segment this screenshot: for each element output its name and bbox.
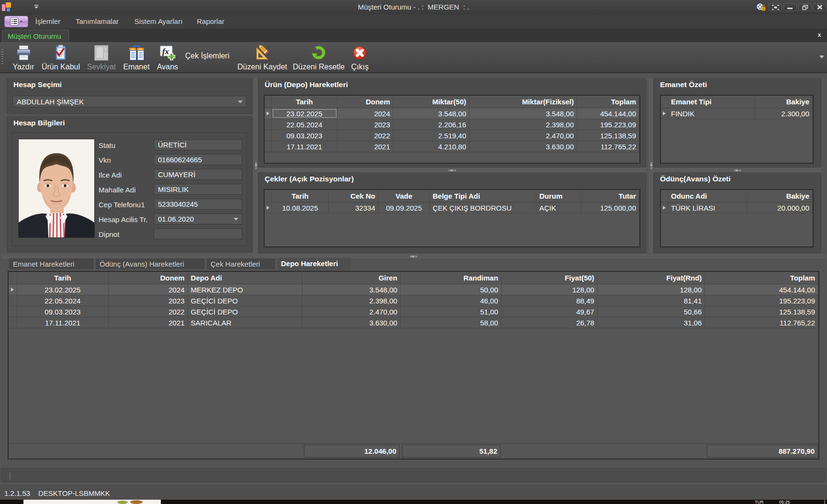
cell[interactable]: 3.630,00 <box>469 141 577 152</box>
menu-raporlar[interactable]: Raporlar <box>197 14 224 29</box>
table-row[interactable]: FINDIK2.300,00 <box>661 108 813 119</box>
tab-musteri-oturumu[interactable]: Müşteri Oturumu <box>2 30 69 42</box>
cell[interactable]: 23.02.2025 <box>272 108 337 119</box>
cell[interactable]: 20.000,00 <box>747 202 813 213</box>
tab-close-icon[interactable]: x <box>816 32 823 38</box>
cell[interactable]: 22.05.2024 <box>272 119 337 130</box>
column-header[interactable]: Donem <box>337 96 393 108</box>
cell[interactable]: 2.398,00 <box>302 295 401 306</box>
toolbar-cikis-button[interactable]: Çıkış <box>351 45 369 71</box>
cell[interactable]: 17.11.2021 <box>17 317 109 328</box>
cell[interactable]: MERKEZ DEPO <box>188 284 303 295</box>
splitter-middle-horizontal[interactable] <box>258 168 646 172</box>
column-header[interactable]: Belge Tipi Adi <box>430 190 536 202</box>
cell[interactable]: 09.03.2023 <box>272 130 337 141</box>
cell[interactable]: 2024 <box>109 284 188 295</box>
column-header[interactable]: Bakiye <box>747 190 813 202</box>
field-ilce-adi[interactable]: CUMAYERİ <box>154 169 242 180</box>
cell[interactable]: 112.765,22 <box>705 317 818 328</box>
column-header[interactable]: Durum <box>536 190 581 202</box>
cell[interactable]: 88,49 <box>502 295 598 306</box>
cell[interactable]: 125.138,59 <box>577 130 639 141</box>
cell[interactable]: 10.08.2025 <box>272 202 329 213</box>
column-header[interactable]: Donem <box>109 272 188 284</box>
column-header[interactable]: Tarih <box>17 272 109 284</box>
toolbar-cek-islemleri-button[interactable]: Çek İşlemleri <box>185 45 229 67</box>
cell[interactable]: 195.223,09 <box>705 295 818 306</box>
tab-cek-hareketleri[interactable]: Çek Hareketleri <box>206 258 276 270</box>
table-row[interactable]: 22.05.20242023GEÇİCİ DEPO2.398,0046,0088… <box>9 295 818 306</box>
toolbar-urun-kabul-button[interactable]: Ürün Kabul <box>42 45 80 71</box>
splitter-left[interactable] <box>253 78 258 253</box>
table-row[interactable]: TÜRK LİRASI20.000,00 <box>661 202 813 213</box>
cell[interactable]: 128,00 <box>598 284 705 295</box>
close-button[interactable] <box>813 3 827 11</box>
field-vkn[interactable]: 01660624665 <box>154 154 242 165</box>
cell[interactable]: 125.000,00 <box>581 202 639 213</box>
menu-tanimlamalar[interactable]: Tanımlamalar <box>76 14 119 29</box>
table-row[interactable]: 22.05.202420232.206,162.398,00195.223,09 <box>265 119 639 130</box>
cell[interactable]: 2023 <box>337 119 393 130</box>
cell[interactable]: SARICALAR <box>188 317 303 328</box>
cell[interactable]: 81,41 <box>598 295 705 306</box>
cell[interactable]: 2021 <box>337 141 393 152</box>
column-header[interactable]: Miktar(50) <box>393 96 469 108</box>
account-combo[interactable]: ABDULLAH ŞİMŞEK <box>12 96 246 107</box>
column-header[interactable]: Odunc Adi <box>668 190 747 202</box>
column-header[interactable]: Depo Adi <box>188 272 303 284</box>
column-header[interactable]: Toplam <box>705 272 818 284</box>
cell[interactable]: 454.144,00 <box>577 108 639 119</box>
table-row[interactable]: 10.08.20253233409.09.2025ÇEK ÇIKIŞ BORDR… <box>265 202 639 213</box>
toolbar-avans-button[interactable]: fx Avans <box>157 45 178 71</box>
cell[interactable]: 2.470,00 <box>469 130 577 141</box>
cell[interactable]: 22.05.2024 <box>17 295 109 306</box>
cell[interactable]: 2.470,00 <box>302 306 401 317</box>
cell[interactable]: 195.223,09 <box>577 119 639 130</box>
toolbar-overflow-icon[interactable] <box>819 56 824 58</box>
cell[interactable]: 125.138,59 <box>705 306 818 317</box>
toolbar-grip[interactable] <box>1 49 3 65</box>
toolbar-sevkiyat-button[interactable]: Sevkiyat <box>87 45 116 71</box>
table-row[interactable]: 17.11.20212021SARICALAR3.630,0058,0026,7… <box>9 317 818 328</box>
table-row[interactable]: 09.03.202320222.519,402.470,00125.138,59 <box>265 130 639 141</box>
table-row[interactable]: 23.02.20252024MERKEZ DEPO3.548,0050,0012… <box>9 284 818 295</box>
cell[interactable]: 50,00 <box>401 284 502 295</box>
column-header[interactable]: Giren <box>302 272 401 284</box>
cell[interactable]: FINDIK <box>668 108 755 119</box>
column-header[interactable]: Fiyat(Rnd) <box>598 272 705 284</box>
fit-screen-button[interactable] <box>769 3 782 11</box>
cell[interactable]: AÇIK <box>536 202 581 213</box>
cell[interactable]: 51,00 <box>401 306 502 317</box>
tab-emanet-hareketleri[interactable]: Emanet Hareketleri <box>9 258 94 270</box>
toolbar-duzeni-kaydet-button[interactable]: Düzeni Kaydet <box>237 45 287 71</box>
splitter-right-horizontal[interactable] <box>653 168 821 172</box>
cell[interactable]: 2024 <box>337 108 393 119</box>
cell[interactable]: GEÇİCİ DEPO <box>188 306 303 317</box>
tab-odunc-hareketleri[interactable]: Ödünç (Avans) Hareketleri <box>95 258 205 270</box>
cell[interactable]: 2.519,40 <box>393 130 469 141</box>
cell[interactable]: 2.300,00 <box>755 108 813 119</box>
column-header[interactable]: Toplam <box>577 96 639 108</box>
cell[interactable]: 2021 <box>109 317 188 328</box>
menu-sistem-ayarlari[interactable]: Sistem Ayarları <box>134 14 183 29</box>
cell[interactable]: ÇEK ÇIKIŞ BORDROSU <box>430 202 536 213</box>
table-row[interactable]: 17.11.202120214.210,803.630,00112.765,22 <box>265 141 639 152</box>
field-mahalle-adi[interactable]: MISIRLIK <box>154 184 242 195</box>
toolbar-emanet-button[interactable]: Emanet <box>123 45 149 71</box>
column-header[interactable]: Randiman <box>401 272 502 284</box>
field-hesap-acilis[interactable]: 01.06.2020 <box>154 213 242 224</box>
cell[interactable]: 2023 <box>109 295 188 306</box>
cell[interactable]: TÜRK LİRASI <box>668 202 747 213</box>
cell[interactable]: 112.765,22 <box>577 141 639 152</box>
cell[interactable]: 3.630,00 <box>302 317 401 328</box>
column-header[interactable]: Tarih <box>272 190 329 202</box>
cell[interactable]: 50,66 <box>598 306 705 317</box>
column-header[interactable]: Tarih <box>272 96 337 108</box>
cell[interactable]: 23.02.2025 <box>17 284 109 295</box>
cell[interactable]: 49,67 <box>502 306 598 317</box>
cell[interactable]: 46,00 <box>401 295 502 306</box>
cell[interactable]: 31,06 <box>598 317 705 328</box>
cell[interactable]: 3.548,00 <box>469 108 577 119</box>
cell[interactable]: 4.210,80 <box>393 141 469 152</box>
column-header[interactable]: Fiyat(50) <box>502 272 598 284</box>
